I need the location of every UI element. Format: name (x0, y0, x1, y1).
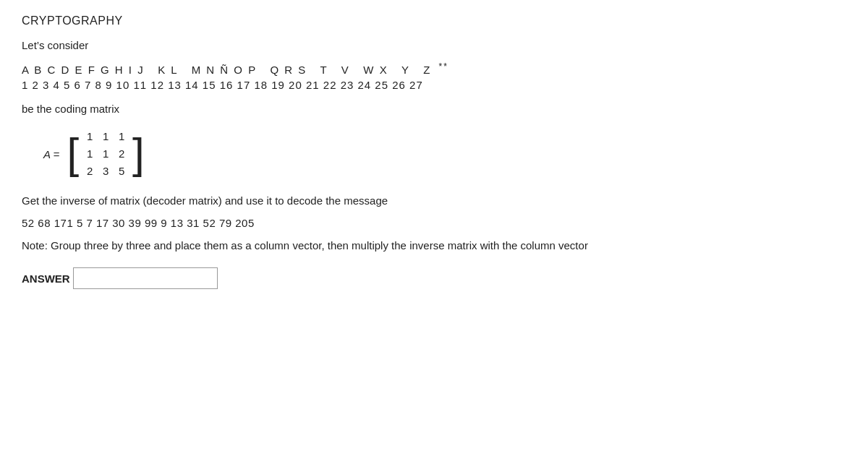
numbers-row: 1 2 3 4 5 6 7 8 9 10 11 12 13 14 15 16 1… (22, 79, 846, 91)
inverse-instruction: Get the inverse of matrix (decoder matri… (22, 194, 528, 207)
matrix-cell-0-1: 1 (98, 128, 114, 145)
bracket-right-icon: ] (132, 132, 145, 176)
bracket-left-icon: [ (67, 132, 79, 176)
asterisks: ** (439, 61, 448, 72)
matrix-cell-0-0: 1 (82, 128, 98, 145)
matrix-grid: 1 1 1 1 1 2 2 3 5 (82, 128, 129, 180)
matrix-cell-0-2: 1 (114, 128, 129, 145)
matrix-cell-1-0: 1 (82, 145, 98, 163)
intro-text: Let’s consider (22, 39, 846, 51)
alphabet-row: A B C D E F G H I J K L M N Ñ O P Q R S … (22, 61, 846, 76)
note-text: Note: Group three by three and place the… (22, 239, 817, 252)
answer-section: ANSWER (22, 267, 846, 289)
answer-input[interactable] (73, 267, 218, 289)
coded-message: 52 68 171 5 7 17 30 39 99 9 13 31 52 79 … (22, 217, 846, 229)
matrix-wrapper: [ 1 1 1 1 1 2 2 3 5 ] (67, 128, 144, 180)
matrix-cell-2-1: 3 (98, 163, 114, 180)
answer-label: ANSWER (22, 272, 70, 285)
matrix-container: A = [ 1 1 1 1 1 2 2 3 5 ] (43, 128, 846, 180)
page-title: CRYPTOGRAPHY (22, 14, 846, 27)
matrix-label: A = (43, 148, 59, 160)
matrix-cell-1-2: 2 (114, 145, 129, 163)
matrix-cell-2-2: 5 (114, 163, 129, 180)
coding-matrix-label: be the coding matrix (22, 103, 846, 115)
matrix-cell-1-1: 1 (98, 145, 114, 163)
matrix-cell-2-0: 2 (82, 163, 98, 180)
